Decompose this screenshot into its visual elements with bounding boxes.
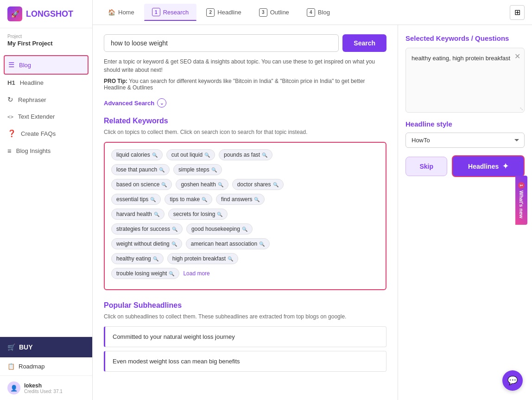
- search-input[interactable]: how to loose weight: [104, 34, 339, 52]
- subheadline-item-2[interactable]: Even modest weight loss can mean big ben…: [104, 351, 386, 372]
- present-icon-button[interactable]: ⊞: [510, 5, 525, 20]
- keyword-tag-pounds-as-fast[interactable]: pounds as fast 🔍: [219, 149, 272, 160]
- keyword-tag-liquid-calories[interactable]: liquid calories 🔍: [111, 149, 163, 160]
- keyword-search-icon: 🔍: [211, 167, 217, 172]
- main-content: 🏠 Home 1 Research 2 Headline 3 Outline 4…: [93, 0, 532, 400]
- keywords-row-4: essential tips 🔍 tips to make 🔍 find ans…: [111, 194, 379, 205]
- tab-headline[interactable]: 2 Headline: [198, 4, 249, 21]
- headlines-button[interactable]: Headlines ✦: [452, 155, 525, 177]
- keyword-search-icon: 🔍: [204, 152, 210, 158]
- keyword-tag-strategies-for-success[interactable]: strategies for success 🔍: [111, 223, 183, 235]
- top-nav-tabs: 🏠 Home 1 Research 2 Headline 3 Outline 4…: [100, 4, 338, 21]
- sidebar: 🚀 LONGSHOT Project My First Project ☰ Bl…: [0, 0, 93, 400]
- subheadline-item-1[interactable]: Committed to your natural weight loss jo…: [104, 326, 386, 347]
- keyword-tag-based-on-science[interactable]: based on science 🔍: [111, 179, 172, 190]
- keyword-tag-good-housekeeping[interactable]: good housekeeping 🔍: [186, 223, 253, 235]
- sidebar-item-blog[interactable]: ☰ Blog: [4, 55, 89, 75]
- keyword-tag-simple-steps[interactable]: simple steps 🔍: [173, 164, 222, 175]
- keyword-search-icon: 🔍: [150, 197, 156, 202]
- advanced-search-toggle[interactable]: Advanced Search ⌄: [104, 98, 386, 108]
- keyword-tag-find-answers[interactable]: find answers 🔍: [216, 194, 265, 205]
- selected-keywords-box[interactable]: healthy eating, high protein breakfast ✕…: [405, 48, 525, 113]
- roadmap-icon: 📋: [7, 363, 15, 370]
- keyword-label: find answers: [221, 196, 252, 203]
- load-more-button[interactable]: Load more: [183, 268, 209, 279]
- sidebar-item-rephraser[interactable]: ↻ Rephraser: [0, 91, 92, 108]
- keyword-search-icon: 🔍: [218, 182, 223, 187]
- keywords-row-6: strategies for success 🔍 good housekeepi…: [111, 223, 379, 235]
- keyword-tag-cut-out-liquid[interactable]: cut out liquid 🔍: [166, 149, 215, 160]
- keyword-tag-doctor-shares[interactable]: doctor shares 🔍: [232, 179, 284, 190]
- search-button[interactable]: Search: [342, 34, 386, 52]
- subheadline-text-1: Committed to your natural weight loss jo…: [113, 333, 235, 340]
- headline-style-select[interactable]: HowTo Listicle Question Story: [405, 133, 525, 148]
- keywords-row-9: trouble losing weight 🔍 Load more: [111, 268, 379, 279]
- keyword-search-icon: 🔍: [254, 197, 260, 202]
- user-details: lokesh Credits Used: 37.1: [24, 382, 63, 394]
- tab-research-num: 1: [152, 8, 160, 16]
- keyword-label: secrets for losing: [173, 211, 215, 217]
- selected-keywords-text: healthy eating, high protein breakfast: [412, 55, 510, 62]
- action-row: Skip Headlines ✦: [405, 155, 525, 177]
- skip-button[interactable]: Skip: [405, 157, 447, 176]
- cart-icon: 🛒: [7, 343, 15, 351]
- keyword-tag-healthy-eating[interactable]: healthy eating 🔍: [111, 253, 164, 264]
- keyword-label: doctor shares: [237, 181, 271, 188]
- user-avatar: 👤: [7, 381, 20, 394]
- keywords-row-1: liquid calories 🔍 cut out liquid 🔍 pound…: [111, 149, 379, 160]
- roadmap-button[interactable]: 📋 Roadmap: [0, 357, 92, 375]
- text-extender-nav-icon: <>: [7, 114, 13, 120]
- keyword-tag-weight-without-dieting[interactable]: weight without dieting 🔍: [111, 238, 182, 249]
- badge-count: 1: [518, 182, 525, 188]
- buy-button[interactable]: 🛒 BUY: [0, 337, 92, 357]
- keyword-label: pounds as fast: [224, 152, 260, 158]
- blog-nav-icon: ☰: [8, 61, 14, 69]
- keyword-tag-trouble-losing-weight[interactable]: trouble losing weight 🔍: [111, 268, 179, 279]
- keyword-tag-american-heart-association[interactable]: american heart association 🔍: [186, 238, 270, 249]
- keyword-tag-harvard-health[interactable]: harvard health 🔍: [111, 209, 165, 220]
- keyword-label: tips to make: [170, 196, 200, 203]
- keyword-tag-secrets-for-losing[interactable]: secrets for losing 🔍: [168, 209, 228, 220]
- tab-outline[interactable]: 3 Outline: [251, 4, 297, 21]
- keywords-row-2: lose that paunch 🔍 simple steps 🔍: [111, 164, 379, 175]
- sidebar-item-text-extender[interactable]: <> Text Extender: [0, 108, 92, 125]
- close-selected-keywords-button[interactable]: ✕: [514, 52, 520, 61]
- tab-blog[interactable]: 4 Blog: [299, 4, 338, 21]
- whats-new-tab[interactable]: 1 What's new: [515, 175, 527, 224]
- popular-subheadlines-desc: Click on subheadlines to collect them. T…: [104, 313, 386, 320]
- keyword-tag-high-protein-breakfast[interactable]: high protein breakfast 🔍: [167, 253, 238, 264]
- advanced-search-label: Advanced Search: [104, 100, 154, 107]
- chat-bubble-button[interactable]: 💬: [502, 370, 523, 391]
- project-name: My First Project: [0, 40, 92, 51]
- keyword-label: cut out liquid: [171, 152, 203, 158]
- headlines-button-label: Headlines: [468, 163, 499, 170]
- keyword-label: simple steps: [178, 166, 209, 173]
- tab-research[interactable]: 1 Research: [144, 4, 197, 21]
- resize-handle[interactable]: ⤡: [519, 106, 523, 111]
- user-credits: Credits Used: 37.1: [24, 389, 63, 394]
- sidebar-item-headline[interactable]: H1 Headline: [0, 75, 92, 91]
- sidebar-item-create-faqs[interactable]: ❓ Create FAQs: [0, 125, 92, 142]
- keywords-box: liquid calories 🔍 cut out liquid 🔍 pound…: [104, 142, 386, 290]
- keyword-tag-lose-that-paunch[interactable]: lose that paunch 🔍: [111, 164, 170, 175]
- keyword-tag-tips-to-make[interactable]: tips to make 🔍: [165, 194, 212, 205]
- keyword-label: american heart association: [191, 241, 257, 247]
- keyword-search-icon: 🔍: [172, 227, 177, 232]
- tab-research-label: Research: [163, 9, 189, 16]
- pro-tip-label: PRO Tip:: [104, 78, 127, 84]
- tab-home-label: Home: [118, 9, 134, 16]
- keyword-label: trouble losing weight: [116, 270, 167, 277]
- main-panel: how to loose weight Search Enter a topic…: [93, 25, 398, 400]
- popular-subheadlines-title: Popular Subheadlines: [104, 301, 386, 310]
- keywords-row-3: based on science 🔍 goshen health 🔍 docto…: [111, 179, 379, 190]
- related-keywords-title: Related Keywords: [104, 117, 386, 125]
- tab-blog-num: 4: [307, 8, 315, 17]
- keyword-tag-goshen-health[interactable]: goshen health 🔍: [176, 179, 228, 190]
- sidebar-item-blog-insights[interactable]: ≡ Blog Insights: [0, 142, 92, 159]
- keyword-tag-essential-tips[interactable]: essential tips 🔍: [111, 194, 161, 205]
- tab-home[interactable]: 🏠 Home: [100, 5, 142, 20]
- keyword-label: liquid calories: [116, 152, 150, 158]
- keyword-label: high protein breakfast: [172, 255, 226, 262]
- keyword-label: strategies for success: [116, 226, 170, 232]
- subheadline-text-2: Even modest weight loss can mean big ben…: [113, 358, 240, 365]
